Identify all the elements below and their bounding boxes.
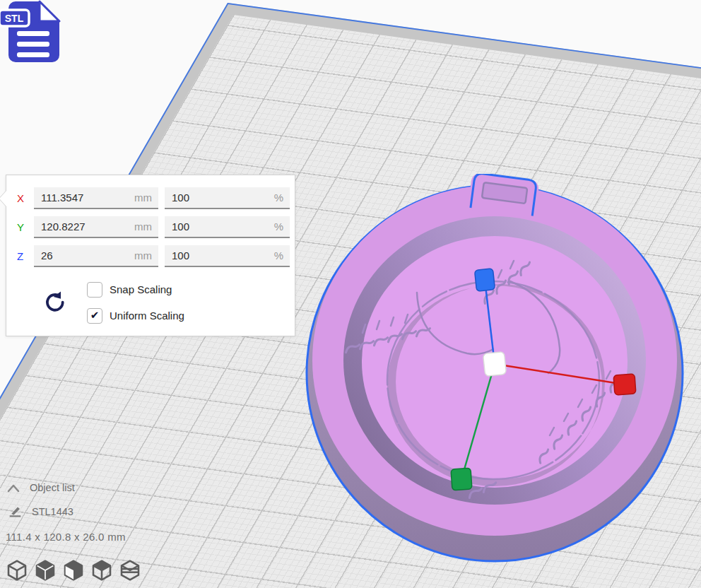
- layered-cube-icon[interactable]: [119, 559, 141, 582]
- y-mm-field: mm: [34, 216, 158, 238]
- z-percent-input[interactable]: [165, 249, 274, 261]
- scale-row-z: Z mm %: [6, 245, 295, 267]
- object-list-header[interactable]: Object list: [7, 482, 75, 493]
- reset-icon: [43, 290, 67, 314]
- x-mm-input[interactable]: [34, 192, 134, 204]
- scale-tool-panel: X mm % Y mm % Z mm %: [6, 175, 295, 336]
- snap-scaling-checkbox[interactable]: [87, 282, 102, 298]
- open-face-cube-icon[interactable]: [62, 559, 85, 582]
- y-axis-label: Y: [17, 216, 31, 238]
- x-mm-unit: mm: [134, 192, 158, 204]
- x-percent-input[interactable]: [165, 192, 274, 204]
- z-mm-unit: mm: [134, 249, 158, 261]
- y-percent-field: %: [165, 216, 290, 238]
- panel-pointer: [0, 191, 6, 206]
- z-axis-label: Z: [17, 245, 31, 267]
- y-percent-unit: %: [274, 220, 290, 233]
- object-list-item[interactable]: STL1443: [8, 505, 73, 518]
- scale-row-x: X mm %: [6, 187, 295, 209]
- solid-cube-icon[interactable]: [34, 559, 57, 582]
- doc-line: [17, 42, 49, 47]
- y-mm-unit: mm: [134, 220, 158, 233]
- stl-badge-label: STL: [5, 13, 24, 24]
- center-scale-handle[interactable]: [483, 352, 506, 377]
- scale-row-y: Y mm %: [6, 216, 295, 238]
- x-percent-unit: %: [274, 192, 290, 204]
- y-scale-handle[interactable]: [451, 468, 472, 490]
- mesh-type-toolbar: [6, 559, 141, 582]
- doc-line: [17, 31, 49, 36]
- selected-model-dimensions: 111.4 x 120.8 x 26.0 mm: [6, 531, 126, 543]
- snap-scaling-label: Snap Scaling: [110, 283, 172, 295]
- x-mm-field: mm: [34, 187, 158, 209]
- normal-model-cube-icon[interactable]: [6, 559, 28, 582]
- page-fold-icon: [40, 1, 59, 21]
- uniform-scaling-label: Uniform Scaling: [110, 310, 184, 322]
- model-viewport: [295, 174, 694, 570]
- object-name: STL1443: [32, 506, 73, 517]
- reset-scale-button[interactable]: [43, 290, 67, 314]
- pencil-icon: [8, 505, 22, 518]
- z-percent-unit: %: [274, 249, 290, 261]
- z-percent-field: %: [165, 245, 290, 267]
- x-scale-handle[interactable]: [613, 374, 636, 395]
- z-scale-handle[interactable]: [475, 269, 495, 292]
- z-mm-input[interactable]: [34, 249, 134, 261]
- x-percent-field: %: [165, 187, 290, 209]
- object-list-title: Object list: [30, 482, 75, 493]
- z-mm-field: mm: [34, 245, 158, 267]
- doc-line: [17, 52, 49, 57]
- x-axis-label: X: [17, 187, 31, 209]
- top-face-cube-icon[interactable]: [90, 559, 113, 582]
- chevron-up-icon: [7, 483, 20, 493]
- stl-file-button[interactable]: STL: [0, 0, 66, 68]
- uniform-scaling-checkbox[interactable]: [87, 308, 102, 324]
- y-mm-input[interactable]: [34, 220, 134, 233]
- y-percent-input[interactable]: [165, 220, 274, 233]
